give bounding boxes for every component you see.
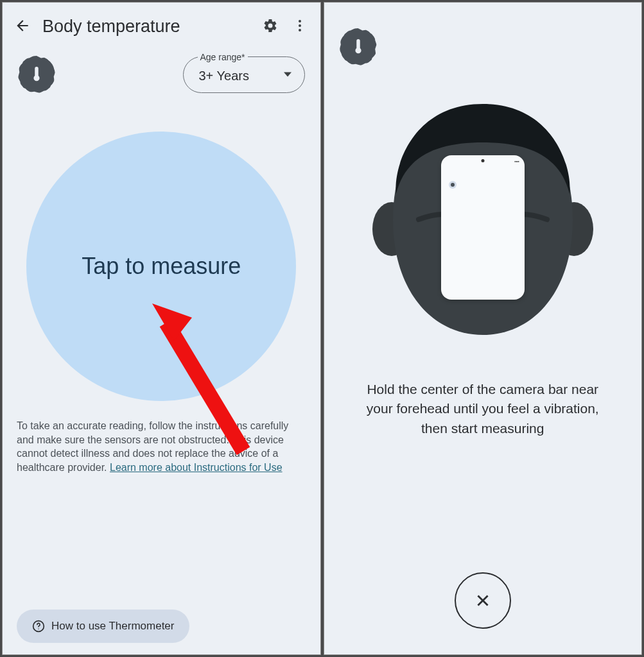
measurement-instruction-screen: ▪▪▪ Hold the center of the camera bar ne…: [324, 2, 643, 655]
header: Body temperature: [3, 3, 320, 43]
close-icon: [474, 592, 491, 609]
age-range-select[interactable]: Age range* 3+ Years: [183, 56, 305, 93]
measure-cta-label: Tap to measure: [82, 253, 241, 280]
forehead-illustration: ▪▪▪: [324, 98, 642, 354]
instruction-text: Hold the center of the camera bar near y…: [324, 354, 642, 438]
age-range-label: Age range*: [198, 52, 248, 62]
settings-icon[interactable]: [263, 18, 278, 36]
close-button[interactable]: [455, 572, 511, 629]
chevron-down-icon: [284, 73, 292, 77]
disclaimer-text: To take an accurate reading, follow the …: [3, 401, 320, 474]
age-range-value: 3+ Years: [199, 69, 249, 83]
body-temperature-screen: Body temperature Age range* 3+ Years: [2, 2, 321, 655]
thermometer-badge-icon: [18, 56, 55, 93]
more-vert-icon[interactable]: [292, 18, 308, 36]
how-to-use-chip[interactable]: How to use Thermometer: [17, 610, 189, 643]
svg-point-2: [299, 29, 301, 31]
tap-to-measure-button[interactable]: Tap to measure: [26, 132, 296, 401]
thermometer-badge-icon: [340, 28, 377, 65]
back-arrow-icon[interactable]: [14, 17, 31, 37]
page-title: Body temperature: [42, 17, 251, 37]
learn-more-link[interactable]: Learn more about Instructions for Use: [110, 462, 283, 473]
howto-label: How to use Thermometer: [51, 620, 174, 633]
svg-point-1: [299, 24, 301, 27]
svg-point-5: [38, 629, 39, 629]
phone-illustration: ▪▪▪: [441, 155, 525, 300]
svg-point-0: [299, 20, 301, 22]
help-icon: [32, 620, 45, 633]
